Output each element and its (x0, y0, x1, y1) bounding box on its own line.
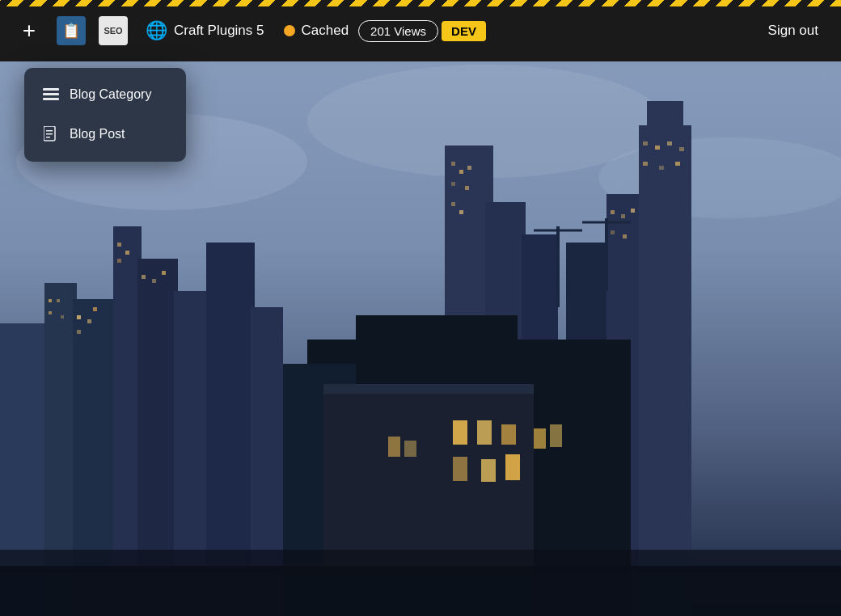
list-icon (42, 88, 60, 101)
svg-rect-65 (404, 441, 416, 457)
svg-rect-29 (77, 315, 81, 319)
svg-rect-39 (451, 162, 455, 166)
document-icon (42, 126, 60, 142)
svg-rect-35 (117, 259, 121, 263)
svg-rect-69 (0, 550, 841, 574)
svg-rect-67 (550, 424, 562, 447)
svg-rect-25 (49, 299, 52, 302)
svg-rect-54 (679, 147, 684, 151)
svg-rect-55 (643, 162, 648, 166)
svg-rect-76 (43, 93, 59, 95)
svg-rect-26 (57, 299, 60, 302)
add-button[interactable]: + (10, 11, 49, 50)
svg-rect-45 (459, 210, 463, 214)
svg-rect-51 (643, 141, 648, 146)
svg-rect-34 (125, 251, 129, 255)
svg-rect-44 (451, 202, 455, 206)
add-icon: + (23, 18, 36, 44)
svg-rect-49 (611, 230, 615, 234)
doc-icon: 📋 (57, 16, 86, 45)
svg-rect-17 (639, 129, 691, 616)
svg-rect-40 (459, 170, 463, 174)
svg-rect-36 (142, 275, 146, 279)
svg-rect-43 (465, 186, 469, 190)
views-badge: 201 Views (358, 20, 438, 42)
svg-rect-38 (162, 271, 166, 275)
svg-rect-47 (621, 214, 625, 218)
svg-rect-81 (46, 137, 50, 138)
svg-rect-57 (675, 162, 680, 166)
topbar: + 📋 SEO 🌐 Craft Plugins 5 Cached 201 Vie… (0, 0, 841, 61)
site-section[interactable]: 🌐 Craft Plugins 5 (136, 11, 274, 50)
sign-out-button[interactable]: Sign out (755, 16, 831, 45)
svg-rect-66 (534, 428, 546, 449)
dev-badge: DEV (442, 21, 486, 41)
svg-rect-79 (46, 130, 53, 132)
svg-rect-32 (93, 307, 97, 311)
site-name: Craft Plugins 5 (174, 23, 264, 39)
doc-button[interactable]: 📋 (52, 11, 91, 50)
svg-rect-41 (467, 166, 471, 170)
svg-rect-64 (388, 437, 400, 457)
svg-rect-30 (87, 319, 91, 323)
svg-rect-75 (43, 88, 59, 91)
svg-rect-77 (43, 98, 59, 100)
svg-rect-59 (477, 420, 492, 445)
seo-icon: SEO (99, 16, 128, 45)
svg-rect-27 (49, 311, 52, 314)
svg-rect-42 (451, 182, 455, 186)
svg-rect-48 (631, 209, 635, 213)
svg-rect-60 (501, 424, 516, 445)
svg-rect-37 (152, 279, 156, 283)
cached-label: Cached (302, 23, 349, 39)
svg-rect-61 (453, 457, 467, 481)
svg-rect-46 (611, 210, 615, 214)
dropdown-item-blog-post[interactable]: Blog Post (27, 115, 183, 154)
cached-section: Cached (277, 11, 356, 50)
svg-rect-24 (323, 384, 534, 394)
dropdown-item-blog-category[interactable]: Blog Category (27, 76, 183, 113)
seo-button[interactable]: SEO (94, 11, 133, 50)
globe-icon: 🌐 (146, 20, 167, 41)
svg-rect-53 (667, 141, 672, 146)
svg-rect-28 (61, 315, 64, 319)
svg-rect-52 (655, 146, 660, 150)
svg-rect-56 (659, 166, 664, 170)
svg-rect-31 (77, 330, 81, 334)
svg-rect-58 (453, 420, 467, 445)
dropdown-item-blog-post-label: Blog Post (70, 127, 125, 141)
svg-rect-63 (505, 454, 520, 480)
dropdown-item-blog-category-label: Blog Category (70, 87, 151, 102)
cached-dot (284, 25, 295, 36)
svg-rect-62 (481, 459, 496, 482)
svg-rect-19 (647, 101, 683, 137)
svg-rect-50 (623, 234, 627, 238)
svg-rect-33 (117, 243, 121, 247)
svg-rect-80 (46, 133, 53, 135)
dropdown-menu: Blog Category Blog Post (24, 68, 186, 162)
